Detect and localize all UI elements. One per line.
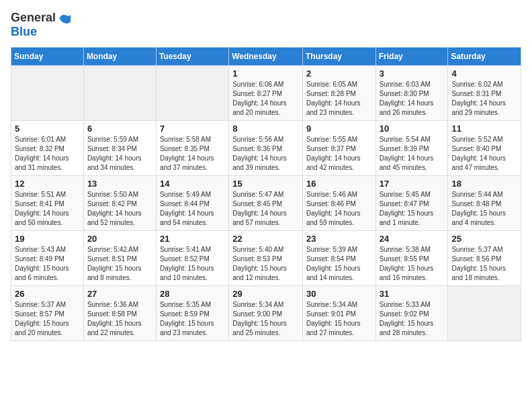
weekday-friday: Friday [375, 47, 448, 65]
day-info: Sunrise: 5:38 AM Sunset: 8:55 PM Dayligh… [380, 245, 445, 283]
calendar-header: SundayMondayTuesdayWednesdayThursdayFrid… [11, 47, 521, 65]
logo-text-blue: Blue [11, 26, 72, 39]
day-number: 16 [306, 179, 372, 189]
calendar-cell: 21Sunrise: 5:41 AM Sunset: 8:52 PM Dayli… [156, 230, 228, 285]
day-info: Sunrise: 6:05 AM Sunset: 8:28 PM Dayligh… [306, 80, 372, 118]
day-info: Sunrise: 5:43 AM Sunset: 8:49 PM Dayligh… [15, 245, 80, 283]
calendar-cell: 3Sunrise: 6:03 AM Sunset: 8:30 PM Daylig… [375, 65, 448, 120]
day-number: 9 [306, 124, 372, 134]
calendar-cell [156, 65, 228, 120]
day-info: Sunrise: 6:01 AM Sunset: 8:32 PM Dayligh… [15, 135, 80, 173]
calendar-cell: 15Sunrise: 5:47 AM Sunset: 8:45 PM Dayli… [229, 175, 303, 230]
calendar-cell: 24Sunrise: 5:38 AM Sunset: 8:55 PM Dayli… [375, 230, 448, 285]
calendar-cell: 6Sunrise: 5:59 AM Sunset: 8:34 PM Daylig… [83, 120, 156, 175]
day-info: Sunrise: 5:34 AM Sunset: 9:01 PM Dayligh… [306, 300, 372, 338]
day-info: Sunrise: 5:40 AM Sunset: 8:53 PM Dayligh… [232, 245, 299, 283]
calendar-cell: 31Sunrise: 5:33 AM Sunset: 9:02 PM Dayli… [375, 285, 448, 340]
day-number: 22 [232, 234, 299, 244]
calendar-cell: 13Sunrise: 5:50 AM Sunset: 8:42 PM Dayli… [83, 175, 156, 230]
weekday-header-row: SundayMondayTuesdayWednesdayThursdayFrid… [11, 47, 521, 65]
day-number: 18 [451, 179, 517, 189]
calendar-cell: 23Sunrise: 5:39 AM Sunset: 8:54 PM Dayli… [302, 230, 375, 285]
calendar-table: SundayMondayTuesdayWednesdayThursdayFrid… [11, 47, 521, 341]
day-info: Sunrise: 5:52 AM Sunset: 8:40 PM Dayligh… [451, 135, 517, 173]
week-row-3: 12Sunrise: 5:51 AM Sunset: 8:41 PM Dayli… [11, 175, 521, 230]
day-info: Sunrise: 5:56 AM Sunset: 8:36 PM Dayligh… [232, 135, 299, 173]
calendar-cell: 10Sunrise: 5:54 AM Sunset: 8:39 PM Dayli… [375, 120, 448, 175]
day-info: Sunrise: 5:42 AM Sunset: 8:51 PM Dayligh… [87, 245, 152, 283]
weekday-wednesday: Wednesday [229, 47, 303, 65]
page-header: General Blue [11, 11, 521, 39]
day-number: 8 [232, 124, 299, 134]
day-info: Sunrise: 5:54 AM Sunset: 8:39 PM Dayligh… [380, 135, 445, 173]
day-info: Sunrise: 5:44 AM Sunset: 8:48 PM Dayligh… [451, 190, 517, 228]
calendar-cell: 7Sunrise: 5:58 AM Sunset: 8:35 PM Daylig… [156, 120, 228, 175]
weekday-tuesday: Tuesday [156, 47, 228, 65]
day-info: Sunrise: 5:35 AM Sunset: 8:59 PM Dayligh… [160, 300, 225, 338]
week-row-2: 5Sunrise: 6:01 AM Sunset: 8:32 PM Daylig… [11, 120, 521, 175]
calendar-cell [83, 65, 156, 120]
calendar-cell [448, 285, 521, 340]
day-info: Sunrise: 5:37 AM Sunset: 8:56 PM Dayligh… [451, 245, 517, 283]
calendar-cell: 9Sunrise: 5:55 AM Sunset: 8:37 PM Daylig… [302, 120, 375, 175]
calendar-cell: 14Sunrise: 5:49 AM Sunset: 8:44 PM Dayli… [156, 175, 228, 230]
day-info: Sunrise: 5:37 AM Sunset: 8:57 PM Dayligh… [15, 300, 80, 338]
weekday-sunday: Sunday [11, 47, 84, 65]
calendar-cell: 29Sunrise: 5:34 AM Sunset: 9:00 PM Dayli… [229, 285, 303, 340]
day-number: 1 [232, 68, 299, 79]
day-number: 26 [15, 289, 80, 299]
logo-icon [57, 11, 72, 26]
day-number: 19 [15, 234, 80, 244]
day-number: 14 [160, 179, 225, 189]
calendar-cell: 20Sunrise: 5:42 AM Sunset: 8:51 PM Dayli… [83, 230, 156, 285]
calendar-body: 1Sunrise: 6:06 AM Sunset: 8:27 PM Daylig… [11, 65, 521, 340]
day-number: 4 [451, 68, 517, 79]
day-number: 25 [451, 234, 517, 244]
day-number: 29 [232, 289, 299, 299]
logo: General Blue [11, 11, 72, 39]
day-number: 5 [15, 124, 80, 134]
day-number: 24 [380, 234, 445, 244]
day-number: 23 [306, 234, 372, 244]
day-info: Sunrise: 5:51 AM Sunset: 8:41 PM Dayligh… [15, 190, 80, 228]
calendar-cell: 11Sunrise: 5:52 AM Sunset: 8:40 PM Dayli… [448, 120, 521, 175]
calendar-cell: 22Sunrise: 5:40 AM Sunset: 8:53 PM Dayli… [229, 230, 303, 285]
day-number: 12 [15, 179, 80, 189]
day-info: Sunrise: 5:41 AM Sunset: 8:52 PM Dayligh… [160, 245, 225, 283]
calendar-cell: 8Sunrise: 5:56 AM Sunset: 8:36 PM Daylig… [229, 120, 303, 175]
day-number: 31 [380, 289, 445, 299]
day-number: 28 [160, 289, 225, 299]
calendar-cell: 16Sunrise: 5:46 AM Sunset: 8:46 PM Dayli… [302, 175, 375, 230]
calendar-cell: 28Sunrise: 5:35 AM Sunset: 8:59 PM Dayli… [156, 285, 228, 340]
week-row-4: 19Sunrise: 5:43 AM Sunset: 8:49 PM Dayli… [11, 230, 521, 285]
calendar-cell: 17Sunrise: 5:45 AM Sunset: 8:47 PM Dayli… [375, 175, 448, 230]
day-number: 30 [306, 289, 372, 299]
day-number: 3 [380, 68, 445, 79]
calendar-cell: 19Sunrise: 5:43 AM Sunset: 8:49 PM Dayli… [11, 230, 84, 285]
calendar-cell: 25Sunrise: 5:37 AM Sunset: 8:56 PM Dayli… [448, 230, 521, 285]
day-number: 10 [380, 124, 445, 134]
calendar-cell: 27Sunrise: 5:36 AM Sunset: 8:58 PM Dayli… [83, 285, 156, 340]
calendar-cell [11, 65, 84, 120]
day-info: Sunrise: 5:36 AM Sunset: 8:58 PM Dayligh… [87, 300, 152, 338]
day-info: Sunrise: 5:45 AM Sunset: 8:47 PM Dayligh… [380, 190, 445, 228]
weekday-monday: Monday [83, 47, 156, 65]
day-info: Sunrise: 5:46 AM Sunset: 8:46 PM Dayligh… [306, 190, 372, 228]
calendar-cell: 1Sunrise: 6:06 AM Sunset: 8:27 PM Daylig… [229, 65, 303, 120]
day-number: 20 [87, 234, 152, 244]
day-info: Sunrise: 5:58 AM Sunset: 8:35 PM Dayligh… [160, 135, 225, 173]
day-info: Sunrise: 5:49 AM Sunset: 8:44 PM Dayligh… [160, 190, 225, 228]
day-info: Sunrise: 5:34 AM Sunset: 9:00 PM Dayligh… [232, 300, 299, 338]
day-info: Sunrise: 5:39 AM Sunset: 8:54 PM Dayligh… [306, 245, 372, 283]
day-info: Sunrise: 6:03 AM Sunset: 8:30 PM Dayligh… [380, 80, 445, 118]
day-info: Sunrise: 5:33 AM Sunset: 9:02 PM Dayligh… [380, 300, 445, 338]
calendar-cell: 2Sunrise: 6:05 AM Sunset: 8:28 PM Daylig… [302, 65, 375, 120]
week-row-1: 1Sunrise: 6:06 AM Sunset: 8:27 PM Daylig… [11, 65, 521, 120]
day-number: 7 [160, 124, 225, 134]
logo-text-general: General [11, 11, 56, 25]
day-number: 17 [380, 179, 445, 189]
calendar-cell: 4Sunrise: 6:02 AM Sunset: 8:31 PM Daylig… [448, 65, 521, 120]
day-info: Sunrise: 5:47 AM Sunset: 8:45 PM Dayligh… [232, 190, 299, 228]
day-info: Sunrise: 5:55 AM Sunset: 8:37 PM Dayligh… [306, 135, 372, 173]
calendar-cell: 18Sunrise: 5:44 AM Sunset: 8:48 PM Dayli… [448, 175, 521, 230]
